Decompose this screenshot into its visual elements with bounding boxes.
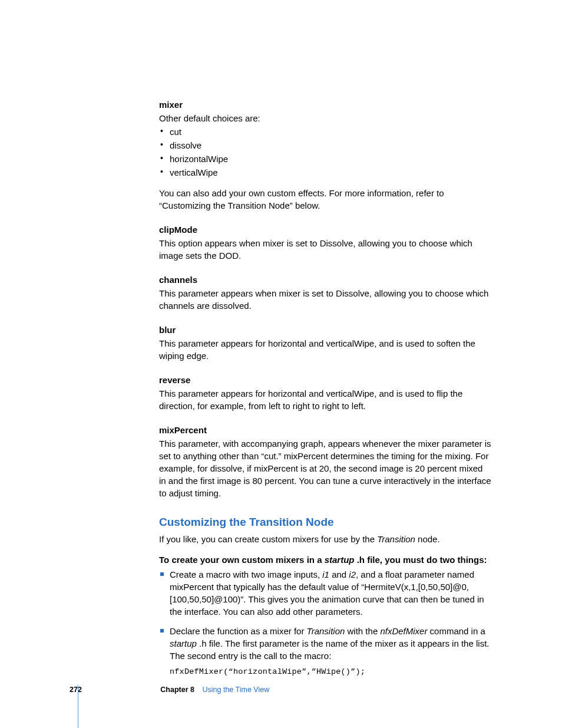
text: node. (415, 534, 440, 544)
heading-clipmode: clipMode (159, 223, 491, 236)
list-item: verticalWipe (159, 166, 491, 179)
mixer-intro: Other default choices are: (159, 112, 491, 124)
heading-channels: channels (159, 274, 491, 286)
text: Declare the function as a mixer for (170, 626, 307, 636)
side-rule (78, 685, 78, 728)
italic-text: i2 (349, 569, 356, 579)
text: If you like, you can create custom mixer… (159, 534, 377, 544)
heading-blur: blur (159, 324, 491, 336)
page-footer: 272 Chapter 8 Using the Time View (70, 686, 269, 694)
code-line: nfxDefMixer(“horizontalWipe”,”HWipe()”); (170, 667, 491, 678)
bold-text: To create your own custom mixers in a (159, 555, 325, 565)
content-block: mixer Other default choices are: cut dis… (159, 98, 491, 677)
italic-text: nfxDefMixer (380, 626, 427, 636)
italic-text: Transition (377, 534, 415, 544)
list-item: Create a macro with two image inputs, i1… (159, 568, 491, 618)
list-item: Declare the function as a mixer for Tran… (159, 625, 491, 678)
reverse-body: This parameter appears for horizontal an… (159, 387, 491, 412)
steps-list: Create a macro with two image inputs, i1… (159, 568, 491, 678)
text: Create a macro with two image inputs, (170, 569, 322, 579)
bold-italic-text: startup (325, 555, 355, 565)
section-intro: If you like, you can create custom mixer… (159, 533, 491, 545)
mixer-note: You can also add your own custom effects… (159, 187, 491, 212)
mixpercent-body: This parameter, with accompanying graph,… (159, 437, 491, 499)
text: command in a (427, 626, 485, 636)
section-lead: To create your own custom mixers in a st… (159, 554, 491, 566)
bold-text: .h file, you must do two things: (354, 555, 487, 565)
section-title: Customizing the Transition Node (159, 515, 491, 531)
mixer-bullets: cut dissolve horizontalWipe verticalWipe (159, 126, 491, 179)
heading-mixpercent: mixPercent (159, 424, 491, 436)
channels-body: This parameter appears when mixer is set… (159, 287, 491, 312)
list-item: cut (159, 126, 491, 138)
chapter-label: Chapter 8 (160, 686, 194, 694)
heading-mixer: mixer (159, 98, 491, 111)
page: mixer Other default choices are: cut dis… (0, 0, 562, 728)
italic-text: i1 (322, 569, 329, 579)
text: .h file. The first parameter is the name… (170, 638, 489, 661)
list-item: dissolve (159, 139, 491, 151)
italic-text: startup (170, 638, 197, 648)
heading-reverse: reverse (159, 374, 491, 386)
chapter-title: Using the Time View (202, 686, 269, 694)
blur-body: This parameter appears for horizontal an… (159, 337, 491, 362)
text: and (329, 569, 349, 579)
page-number: 272 (70, 686, 82, 694)
clipmode-body: This option appears when mixer is set to… (159, 237, 491, 262)
text: with the (345, 626, 380, 636)
italic-text: Transition (307, 626, 345, 636)
list-item: horizontalWipe (159, 153, 491, 165)
